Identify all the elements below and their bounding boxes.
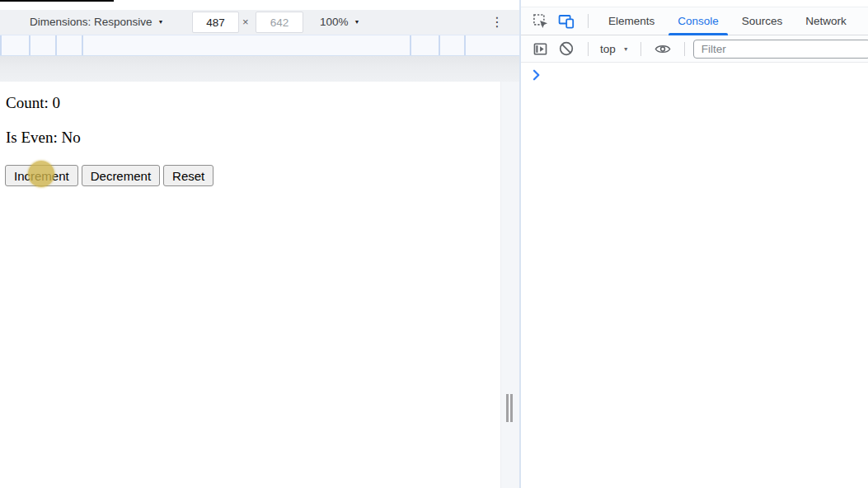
devtools-pane: Elements Console Sources Network <box>521 0 868 488</box>
device-toolbar-toggle-icon[interactable] <box>558 13 575 30</box>
viewport-right-gutter <box>500 82 519 488</box>
more-options-icon[interactable]: ⋮ <box>488 10 506 35</box>
dimensions-dropdown[interactable]: Dimensions: Responsive▼ <box>30 10 164 35</box>
chevron-down-icon: ▼ <box>158 19 164 25</box>
tab-elements[interactable]: Elements <box>597 7 666 35</box>
ruler-tick <box>55 35 57 55</box>
ruler-tick <box>410 35 411 55</box>
dimension-separator: × <box>242 10 249 35</box>
toolbar-separator <box>640 42 641 56</box>
reset-button[interactable]: Reset <box>163 165 213 186</box>
button-row: Increment Decrement Reset <box>5 165 500 186</box>
toolbar-separator <box>588 14 589 28</box>
toolbar-separator <box>684 42 685 56</box>
inspect-element-icon[interactable] <box>532 13 548 30</box>
top-left-black-strip <box>0 0 114 2</box>
console-toolbar: top▼ <box>521 35 868 63</box>
console-filter-input[interactable] <box>693 40 868 59</box>
device-toolbar: Dimensions: Responsive▼ × 100%▼ ⋮ <box>0 10 519 35</box>
browser-devtools-window: Dimensions: Responsive▼ × 100%▼ ⋮ Count:… <box>0 0 868 488</box>
devtools-top-spacer <box>521 0 868 7</box>
viewport-width-input[interactable] <box>192 12 239 33</box>
clear-console-icon[interactable] <box>558 40 575 57</box>
ruler-tick <box>464 35 466 55</box>
viewport-top-gutter <box>0 56 519 82</box>
page-viewport: Count: 0 Is Even: No Increment Decrement… <box>0 82 500 488</box>
tab-sources[interactable]: Sources <box>730 7 795 35</box>
ruler-tick <box>82 35 83 55</box>
console-prompt-icon <box>533 69 541 81</box>
tab-console[interactable]: Console <box>666 7 730 35</box>
viewport-resize-handle[interactable] <box>506 394 513 422</box>
ruler-bar <box>0 35 519 56</box>
chevron-down-icon: ▼ <box>354 19 360 25</box>
live-expression-eye-icon[interactable] <box>655 40 671 57</box>
count-text: Count: 0 <box>6 94 500 112</box>
ruler-tick <box>0 35 2 55</box>
console-sidebar-toggle-icon[interactable] <box>532 40 548 57</box>
zoom-dropdown[interactable]: 100%▼ <box>320 10 359 35</box>
context-label: top <box>600 43 616 55</box>
viewport-height-input[interactable] <box>256 12 303 33</box>
devtools-tabbar: Elements Console Sources Network <box>521 7 868 35</box>
increment-button[interactable]: Increment <box>5 165 78 186</box>
zoom-value: 100% <box>320 16 349 28</box>
console-prompt-area[interactable] <box>521 63 868 430</box>
page-content: Count: 0 Is Even: No Increment Decrement… <box>0 82 500 186</box>
decrement-button[interactable]: Decrement <box>82 165 160 186</box>
ruler-tick <box>29 35 30 55</box>
chevron-down-icon: ▼ <box>623 46 629 52</box>
toolbar-separator <box>588 42 589 56</box>
is-even-text: Is Even: No <box>6 129 500 147</box>
ruler-tick <box>439 35 440 55</box>
tab-network[interactable]: Network <box>794 7 858 35</box>
javascript-context-dropdown[interactable]: top▼ <box>597 43 632 55</box>
device-mode-pane: Dimensions: Responsive▼ × 100%▼ ⋮ Count:… <box>0 0 519 488</box>
dimensions-label: Dimensions: Responsive <box>30 16 152 28</box>
